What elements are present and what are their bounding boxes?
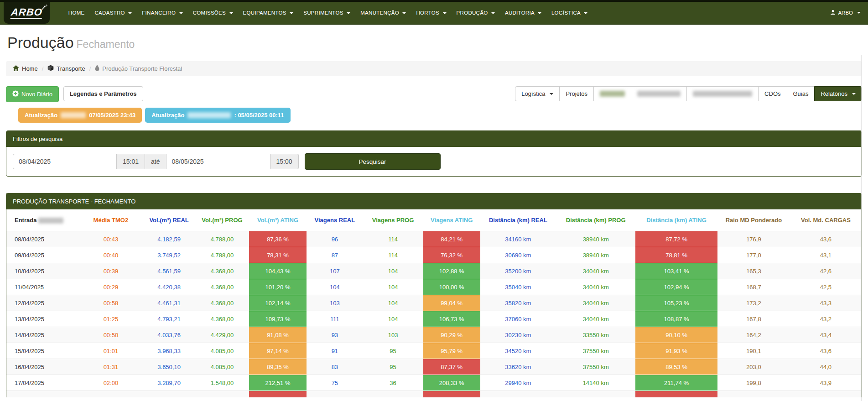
nav-item-cadastro[interactable]: CADASTRO: [89, 10, 137, 16]
guias-button[interactable]: Guias: [787, 86, 815, 101]
page-scrollbar[interactable]: [861, 55, 862, 401]
cell-vol-m-prog: 4.429,00: [195, 327, 249, 343]
table-head: Entrada Média TMO2Vol.(m³) REALVol.(m³) …: [6, 209, 862, 231]
cell-distancia-km-real: 33620 km: [480, 359, 556, 375]
cell-vol-md-cargas: 43,3: [790, 295, 862, 311]
cell-partial: [195, 391, 249, 397]
column-label: Média TMO2: [94, 217, 129, 224]
nav-item-producao[interactable]: PRODUÇÃO: [452, 10, 500, 16]
column-label: Vol.(m³) REAL: [149, 217, 188, 224]
new-diary-button[interactable]: Novo Diário: [6, 86, 59, 102]
cell-partial: [249, 391, 307, 397]
cdos-button[interactable]: CDOs: [758, 86, 787, 101]
chevron-down-icon: [538, 12, 541, 14]
column-label: Vol.(m³) PROG: [202, 217, 242, 224]
date-to-input[interactable]: [166, 154, 270, 169]
chevron-down-icon: [402, 12, 406, 14]
chevron-down-icon: [290, 12, 293, 14]
cell-viagens-ating: 76,32 %: [423, 247, 480, 263]
column-header-viagens-prog: Viagens PROG: [363, 209, 423, 231]
cell-vol-m-prog: 4.368,00: [195, 295, 249, 311]
nav-item-auditoria[interactable]: AUDITORIA: [500, 10, 546, 16]
nav-item-equipamentos[interactable]: EQUIPAMENTOS: [238, 10, 299, 16]
cell-media-tmo2: 02:00: [79, 375, 143, 391]
cell-viagens-ating: 90,29 %: [423, 327, 480, 343]
cell-vol-m-real: 4.182,59: [143, 231, 195, 247]
cell-viagens-prog: 114: [363, 231, 423, 247]
brand-logo[interactable]: ARBO: [4, 2, 50, 24]
cell-vol-m-real: 3.650,10: [143, 359, 195, 375]
cell-vol-m-ating: 109,73 %: [249, 311, 307, 327]
cell-partial: [480, 391, 556, 397]
breadcrumb-item-transporte[interactable]: Transporte: [47, 65, 85, 73]
cell-distancia-km-real: 34160 km: [480, 231, 556, 247]
breadcrumb-item-producao-transporte-florestal: Produção Transporte Florestal: [95, 65, 182, 73]
chevron-down-icon: [491, 12, 495, 14]
cell-media-tmo2: 01:25: [79, 311, 143, 327]
logistica-button[interactable]: Logística: [515, 86, 560, 101]
cell-vol-m-ating: 212,51 %: [249, 375, 307, 391]
cell-vol-m-prog: 1.548,00: [195, 375, 249, 391]
cell-viagens-prog: 103: [363, 327, 423, 343]
cell-viagens-ating: 84,21 %: [423, 231, 480, 247]
cell-viagens-real: 104: [307, 279, 363, 295]
antenna-icon: [41, 4, 47, 12]
column-label: Vol.(m³) ATING: [257, 217, 298, 224]
button-label: Projetos: [566, 90, 587, 97]
badge-value: : 05/05/2025 00:11: [234, 112, 284, 119]
nav-item-comissoes[interactable]: COMISSÕES: [188, 10, 238, 16]
cell-vol-m-real: 4.793,21: [143, 311, 195, 327]
cell-vol-m-real: 4.420,38: [143, 279, 195, 295]
cell-vol-m-real: 4.033,76: [143, 327, 195, 343]
column-label: Distância (km) PROG: [566, 217, 626, 224]
redacted-text: [187, 112, 231, 118]
badge-prefix: Atualização: [25, 112, 57, 119]
cell-vol-md-cargas: 43,2: [790, 311, 862, 327]
table-body: 08/04/202500:434.182,594.788,0087,36 %96…: [6, 231, 862, 397]
cell-vol-m-prog: 4.788,00: [195, 231, 249, 247]
nav-menu: HOMECADASTRO FINANCEIRO COMISSÕES EQUIPA…: [63, 2, 593, 23]
cell-viagens-prog: 36: [363, 375, 423, 391]
nav-item-logistica[interactable]: LOGÍSTICA: [546, 10, 593, 16]
cell-vol-m-real: 3.749,52: [143, 247, 195, 263]
breadcrumb-item-home[interactable]: Home: [13, 65, 38, 73]
cell-vol-m-real: 4.461,31: [143, 295, 195, 311]
relatorios-button[interactable]: Relatórios: [814, 86, 862, 101]
plus-circle-icon: [12, 90, 19, 98]
projetos-button[interactable]: Projetos: [559, 86, 594, 101]
user-label: ARBO: [838, 10, 853, 16]
column-header-distancia-km-real: Distância (km) REAL: [480, 209, 556, 231]
cell-entrada: 12/04/2025: [6, 295, 79, 311]
column-label: Entrada: [15, 217, 36, 224]
nav-item-home[interactable]: HOME: [63, 10, 90, 16]
nav-item-hortos[interactable]: HORTOS: [411, 10, 451, 16]
table-row: 15/04/202501:013.968,334.085,0097,14 %91…: [6, 343, 862, 359]
user-menu[interactable]: ARBO: [830, 10, 861, 16]
cell-vol-m-ating: 89,35 %: [249, 359, 307, 375]
table-row: 09/04/202500:403.749,524.788,0078,31 %87…: [6, 247, 862, 263]
breadcrumb: Home/Transporte/Produção Transporte Flor…: [6, 61, 862, 76]
until-label: até: [145, 154, 166, 169]
nav-item-manutencao[interactable]: MANUTENÇÃO: [355, 10, 411, 16]
nav-item-suprimentos[interactable]: SUPRIMENTOS: [298, 10, 355, 16]
redacted-button[interactable]: [631, 86, 687, 101]
filters-body: 15:01 até 15:00 Pesquisar: [6, 147, 862, 176]
redacted-button[interactable]: [593, 86, 631, 101]
toolbar: Novo Diário Legendas e Parâmetros Logíst…: [6, 86, 862, 102]
table-row-partial: [6, 391, 862, 397]
filters-panel: Filtros de pesquisa 15:01 até 15:00 Pesq…: [6, 130, 862, 177]
cell-vol-md-cargas: 43,6: [790, 231, 862, 247]
legends-parameters-button[interactable]: Legendas e Parâmetros: [63, 86, 143, 101]
nav-item-financeiro[interactable]: FINANCEIRO: [137, 10, 187, 16]
date-from-input[interactable]: [13, 154, 117, 169]
chevron-down-icon: [229, 12, 233, 14]
cell-raio-md-ponderado: 173,2: [717, 295, 790, 311]
cell-partial: [790, 391, 862, 397]
cell-viagens-real: 75: [307, 375, 363, 391]
table-row: 14/04/202500:504.033,764.429,0091,08 %93…: [6, 327, 862, 343]
redacted-button[interactable]: [686, 86, 759, 101]
search-button[interactable]: Pesquisar: [305, 153, 441, 170]
page-title-main: Produção: [7, 34, 74, 51]
cell-distancia-km-ating: 78,81 %: [635, 247, 717, 263]
cell-distancia-km-prog: 38940 km: [556, 231, 635, 247]
